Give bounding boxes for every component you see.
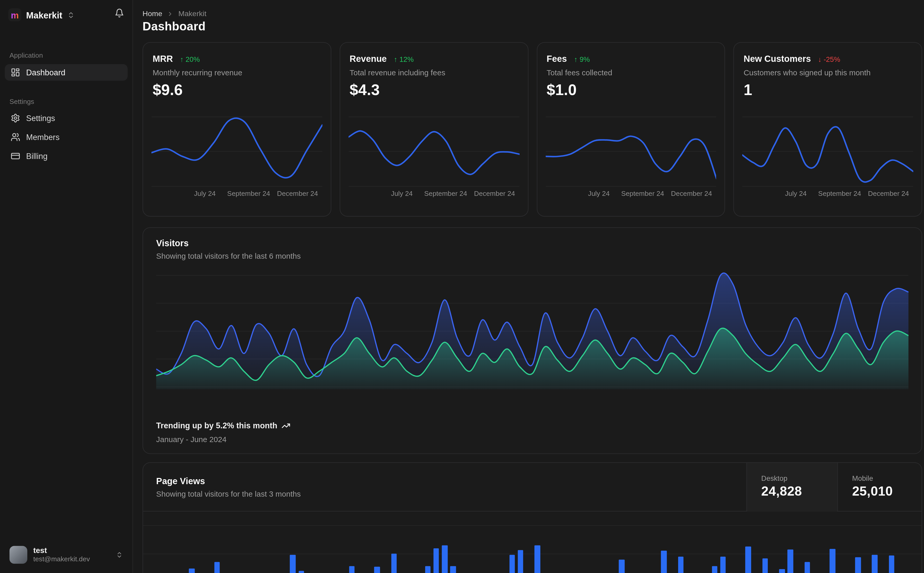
breadcrumb-home-link[interactable]: Home (143, 9, 162, 18)
sparkline-chart (348, 116, 519, 188)
bar (619, 559, 624, 573)
sparkline-chart (742, 116, 913, 188)
workspace-header: m Makerkit (8, 8, 124, 22)
visitors-date-range: January - June 2024 (156, 435, 227, 444)
bar (745, 546, 751, 573)
stat-value: $1.0 (547, 81, 577, 99)
breadcrumb: Home Makerkit (143, 9, 206, 18)
bar (661, 551, 667, 573)
sidebar-item-settings[interactable]: Settings (5, 110, 128, 127)
bar (298, 571, 304, 573)
stat-title: Revenue (350, 53, 387, 64)
visitors-title: Visitors (156, 238, 189, 248)
chevrons-up-down-icon (116, 551, 123, 558)
trend-badge: ↑ 9% (574, 55, 590, 63)
bar (720, 557, 726, 573)
page-views-bar-chart (147, 512, 920, 573)
stat-cards-row: MRR ↑ 20% Monthly recurring revenue $9.6… (143, 42, 922, 217)
stat-title: Fees (547, 53, 567, 64)
app-logo-letter: m (11, 10, 19, 19)
chevrons-up-down-icon[interactable] (67, 11, 75, 19)
sparkline-x-axis: July 24September 24December 24 (152, 190, 321, 199)
user-email: test@makerkit.dev (33, 555, 110, 564)
stat-subtitle: Monthly recurring revenue (152, 68, 242, 77)
workspace-name: Makerkit (26, 10, 63, 20)
layout-dashboard-icon (11, 67, 20, 77)
stat-card-new-customers: New Customers ↓ -25% Customers who signe… (734, 42, 922, 217)
chevron-right-icon (167, 10, 174, 17)
app-window: m Makerkit Application Dashboard Setting… (0, 0, 924, 573)
sidebar-item-members[interactable]: Members (5, 129, 128, 146)
bar (779, 569, 785, 573)
sparkline-x-axis: July 24September 24December 24 (350, 190, 518, 199)
bar (712, 566, 717, 573)
bar (762, 559, 768, 573)
sidebar-item-label: Members (26, 133, 60, 142)
gear-icon (11, 113, 20, 123)
stat-card-revenue: Revenue ↑ 12% Total revenue including fe… (339, 42, 528, 217)
visitors-area-chart (156, 271, 909, 389)
toggle-desktop[interactable]: Desktop 24,828 (747, 463, 838, 512)
trend-badge: ↓ -25% (818, 55, 840, 63)
app-logo: m (8, 8, 21, 21)
bar (391, 554, 397, 573)
page-title: Dashboard (143, 19, 206, 33)
bar (189, 568, 195, 573)
visitors-card: Visitors Showing total visitors for the … (143, 227, 922, 454)
mobile-total: 25,010 (852, 484, 921, 499)
stat-title: New Customers (744, 53, 811, 64)
sidebar: m Makerkit Application Dashboard Setting… (0, 0, 133, 573)
bar (442, 545, 447, 573)
bar (349, 566, 355, 573)
bar (855, 557, 861, 573)
bar (433, 548, 439, 573)
bar (788, 550, 793, 573)
sidebar-item-dashboard[interactable]: Dashboard (5, 64, 128, 81)
user-name: test (33, 546, 110, 555)
notification-bell-icon[interactable] (115, 8, 124, 18)
bar (535, 545, 540, 573)
sparkline-x-axis: July 24September 24December 24 (547, 190, 715, 199)
page-views-card: Page Views Showing total visitors for th… (143, 462, 922, 573)
users-icon (11, 132, 20, 142)
sidebar-section-settings: Settings (9, 98, 34, 105)
sparkline-x-axis: July 24September 24December 24 (744, 190, 912, 199)
sidebar-item-label: Settings (26, 114, 55, 123)
sidebar-item-billing[interactable]: Billing (5, 148, 128, 164)
bar (425, 566, 431, 573)
user-menu[interactable]: test test@makerkit.dev (5, 541, 128, 568)
sidebar-item-label: Dashboard (26, 68, 66, 77)
trending-up-icon (281, 421, 290, 430)
sidebar-section-application: Application (9, 52, 43, 59)
trend-badge: ↑ 20% (180, 55, 200, 63)
page-views-subtitle: Showing total visitors for the last 3 mo… (156, 490, 301, 498)
stat-value: 1 (744, 81, 752, 99)
bar (450, 566, 456, 573)
stat-card-mrr: MRR ↑ 20% Monthly recurring revenue $9.6… (143, 42, 331, 217)
stat-subtitle: Customers who signed up this month (744, 68, 871, 77)
stat-subtitle: Total fees collected (547, 68, 612, 77)
bar (214, 562, 220, 573)
sidebar-item-label: Billing (26, 152, 47, 161)
bar (872, 555, 878, 573)
bar (830, 549, 836, 573)
stat-value: $4.3 (350, 81, 380, 99)
breadcrumb-current[interactable]: Makerkit (178, 9, 206, 18)
bar (374, 567, 380, 573)
stat-title: MRR (152, 53, 173, 64)
visitors-subtitle: Showing total visitors for the last 6 mo… (156, 252, 301, 260)
page-views-header: Page Views Showing total visitors for th… (143, 463, 922, 512)
visitors-trend-note: Trending up by 5.2% this month (156, 421, 290, 430)
stat-subtitle: Total revenue including fees (350, 68, 445, 77)
trend-badge: ↑ 12% (394, 55, 414, 63)
bar (518, 550, 524, 573)
sparkline-chart (545, 116, 716, 188)
stat-value: $9.6 (152, 81, 183, 99)
stat-card-fees: Fees ↑ 9% Total fees collected $1.0 July… (537, 42, 725, 217)
desktop-total: 24,828 (761, 484, 837, 499)
page-views-title: Page Views (156, 476, 205, 486)
bar (678, 557, 684, 573)
credit-card-icon (11, 152, 20, 161)
toggle-mobile[interactable]: Mobile 25,010 (837, 463, 921, 512)
bar (889, 555, 895, 573)
